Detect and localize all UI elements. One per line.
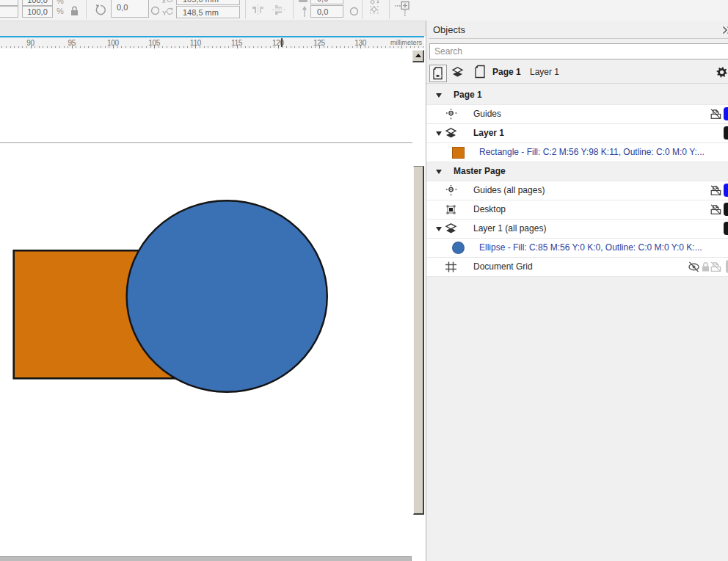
gear-icon[interactable] xyxy=(715,65,728,79)
layers-icon[interactable] xyxy=(451,66,464,79)
ruler-minor-tick xyxy=(381,46,382,48)
ring-icon[interactable] xyxy=(150,6,160,15)
object-size-height-field[interactable] xyxy=(0,6,18,18)
skew-y-field[interactable]: 0,0 xyxy=(310,5,343,18)
layer-color-bar[interactable] xyxy=(724,126,728,140)
ruler-minor-tick xyxy=(390,46,390,48)
svg-text:x: x xyxy=(162,0,166,4)
layer-color-bar[interactable] xyxy=(724,222,728,235)
ruler-minor-tick xyxy=(125,46,126,48)
lock-ratio-icon[interactable] xyxy=(70,5,79,16)
active-layer-label[interactable]: Layer 1 xyxy=(530,67,559,77)
scale-y-field[interactable]: 100,0 xyxy=(22,6,53,18)
tree-row-guides[interactable]: Guides xyxy=(426,105,728,124)
ring-icon[interactable] xyxy=(349,7,359,16)
tree-row-layer-1[interactable]: Layer 1 xyxy=(426,124,728,143)
ruler-minor-tick xyxy=(245,46,246,48)
skew-v-icon xyxy=(301,6,308,18)
ruler-minor-tick xyxy=(159,46,159,48)
printer-off-icon[interactable] xyxy=(710,203,722,216)
percent-y-label: % xyxy=(57,7,64,15)
search-input[interactable]: Search xyxy=(429,43,728,59)
ellipse-shape[interactable] xyxy=(127,200,327,392)
tree-row-label: Guides xyxy=(473,105,501,123)
printer-off-disabled-icon[interactable] xyxy=(710,261,722,273)
tree-row-page-1[interactable]: Page 1 xyxy=(426,86,728,105)
ruler-minor-tick xyxy=(365,46,365,48)
rotation-center-x-field[interactable]: 105,0 mm xyxy=(176,0,240,5)
expand-collapse-icon[interactable] xyxy=(436,170,442,174)
coreldraw-window: { "property_bar": { "scale_x": "100,0", … xyxy=(0,0,728,561)
chevron-right-double-icon[interactable] xyxy=(722,26,728,35)
scale-x-field[interactable]: 100,0 xyxy=(22,0,53,6)
skew-x-field[interactable]: 0,0 xyxy=(310,0,343,4)
vertical-scrollbar[interactable] xyxy=(412,48,424,556)
view-mode-button[interactable] xyxy=(429,65,447,82)
ruler-minor-tick xyxy=(377,46,378,48)
center-marker-icon xyxy=(368,0,382,14)
ruler-minor-tick xyxy=(324,46,324,48)
expand-collapse-icon[interactable] xyxy=(436,227,442,231)
rotation-center-y-field[interactable]: 148,5 mm xyxy=(176,6,240,18)
ruler-minor-tick xyxy=(299,46,299,48)
tree-row-master-page[interactable]: Master Page xyxy=(426,162,728,181)
ruler-minor-tick xyxy=(344,46,345,48)
ruler-minor-tick xyxy=(368,46,369,48)
ruler-units-label: millimeters xyxy=(390,39,422,46)
grid-icon xyxy=(445,261,457,273)
anchor-icon xyxy=(395,1,411,16)
ruler-minor-tick xyxy=(398,46,398,48)
search-placeholder: Search xyxy=(434,46,462,57)
horizontal-scrollbar-thumb[interactable] xyxy=(0,556,412,561)
horizontal-scrollbar[interactable] xyxy=(0,556,424,561)
divider xyxy=(429,38,728,39)
tree-row-layer-1-all-pages[interactable]: Layer 1 (all pages) xyxy=(426,220,728,239)
tree-row-desktop[interactable]: Desktop xyxy=(426,200,728,220)
desktop-icon xyxy=(445,203,457,216)
guides-icon xyxy=(445,184,457,198)
page-icon[interactable] xyxy=(474,65,486,79)
tree-row-rectangle-fill-c-2-m-56-y-98-k-11-outline-c-0-m-0-y[interactable]: Rectangle - Fill: C:2 M:56 Y:98 K:11, Ou… xyxy=(426,143,728,162)
scroll-up-button[interactable] xyxy=(412,50,424,62)
property-bar: 100,0100,0%% 0,0x Y 105,0 mm148,5 mm 0,0… xyxy=(0,0,728,21)
toolbar-separator xyxy=(86,0,87,19)
expand-collapse-icon[interactable] xyxy=(436,93,442,98)
ruler-minor-tick xyxy=(1,46,2,48)
mirror-v-icon[interactable] xyxy=(272,4,286,15)
object-color-swatch xyxy=(452,242,465,254)
ruler-minor-tick xyxy=(418,46,419,48)
ruler-minor-tick xyxy=(291,46,291,48)
rotation-angle-field[interactable]: 0,0 xyxy=(111,0,149,18)
ruler-minor-tick xyxy=(14,46,15,48)
ruler-minor-tick xyxy=(105,46,106,48)
rotate-icon[interactable] xyxy=(94,4,107,17)
docker-title: Objects xyxy=(433,24,465,35)
tree-row-document-grid[interactable]: Document Grid xyxy=(426,258,728,277)
page-boundary xyxy=(0,142,412,143)
vertical-scrollbar-thumb[interactable] xyxy=(413,166,424,515)
ruler-minor-tick xyxy=(10,46,11,48)
ruler-minor-tick xyxy=(130,46,131,48)
layer-color-bar[interactable] xyxy=(724,107,728,120)
mirror-h-icon[interactable] xyxy=(251,4,265,15)
tree-row-ellipse-fill-c-85-m-56-y-0-k-0-outline-c-0-m-0-y-0-k[interactable]: Ellipse - Fill: C:85 M:56 Y:0 K:0, Outli… xyxy=(426,239,728,258)
layer-color-bar[interactable] xyxy=(724,184,728,197)
printer-off-icon[interactable] xyxy=(710,184,722,197)
object-size-width-field[interactable] xyxy=(0,0,18,6)
ruler-minor-tick xyxy=(336,46,337,48)
collapse-docker-icon[interactable] xyxy=(722,26,728,35)
tree-row-guides-all-pages[interactable]: Guides (all pages) xyxy=(426,181,728,200)
ruler-minor-tick xyxy=(84,46,85,48)
ruler-minor-tick xyxy=(121,46,122,48)
layer-color-bar[interactable] xyxy=(724,203,728,216)
horizontal-ruler[interactable]: millimeters 9095100105110115120125130 xyxy=(0,37,424,48)
active-page-label[interactable]: Page 1 xyxy=(492,67,521,77)
expand-collapse-icon[interactable] xyxy=(436,131,442,136)
drawing-canvas[interactable] xyxy=(0,48,412,556)
printer-off-icon[interactable] xyxy=(710,108,722,120)
eye-off-icon[interactable] xyxy=(688,261,700,273)
toolbar-separator xyxy=(362,0,363,19)
ruler-minor-tick xyxy=(64,46,65,48)
ruler-minor-tick xyxy=(406,46,407,48)
ruler-minor-tick xyxy=(286,46,287,48)
